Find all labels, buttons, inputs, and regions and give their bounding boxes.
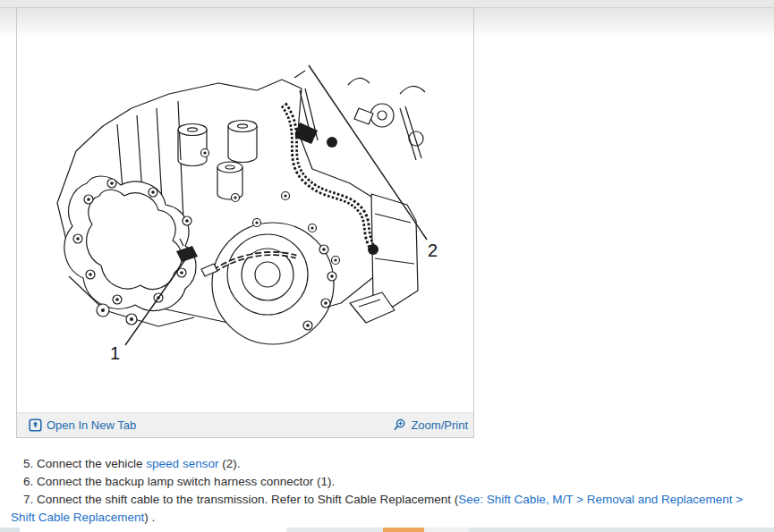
- zoom-print-link[interactable]: Zoom/Print: [393, 418, 468, 432]
- instruction-steps: 5. Connect the vehicle speed sensor (2).…: [0, 455, 763, 527]
- step-number: 7.: [23, 493, 33, 506]
- figure-footer-bar: Open In New Tab Zoom/Print: [17, 412, 473, 437]
- open-in-new-tab-link[interactable]: Open In New Tab: [29, 418, 136, 432]
- figure-box: 1 2 Open In New Tab: [16, 7, 474, 438]
- step-text: Connect the backup lamp switch harness c…: [33, 475, 335, 488]
- step-text: (2).: [218, 457, 240, 470]
- figure-image: 1 2: [17, 8, 473, 412]
- open-in-new-tab-icon: [29, 418, 42, 432]
- taskbar-strip-segment: [286, 528, 383, 532]
- step-item-7: 7. Connect the shift cable to the transm…: [11, 491, 763, 527]
- taskbar-strip-segment: [469, 528, 774, 532]
- zoom-in-icon: [393, 418, 406, 432]
- taskbar-strip-segment: [0, 528, 20, 532]
- page: 1 2 Open In New Tab: [0, 0, 774, 532]
- taskbar-strip-segment: [383, 528, 424, 532]
- step-item-5: 5. Connect the vehicle speed sensor (2).: [11, 455, 763, 473]
- transmission-diagram: [17, 8, 473, 412]
- step-text: Connect the vehicle: [33, 457, 146, 470]
- taskbar-strip-segment: [424, 528, 469, 532]
- step-item-6: 6. Connect the backup lamp switch harnes…: [11, 473, 763, 491]
- open-in-new-tab-label: Open In New Tab: [47, 418, 136, 432]
- zoom-print-label: Zoom/Print: [411, 418, 468, 432]
- step-number: 5.: [23, 457, 33, 470]
- speed-sensor: [368, 244, 378, 255]
- step-number: 6.: [23, 475, 33, 488]
- callout-label-1: 1: [110, 344, 120, 362]
- bottom-edge-strip: [0, 528, 774, 532]
- engine-bay-clutter: [293, 71, 425, 160]
- step-text: Connect the shift cable to the transmiss…: [33, 493, 458, 506]
- speed-sensor-link[interactable]: speed sensor: [146, 457, 218, 470]
- taskbar-strip-segment: [20, 528, 286, 532]
- callout-label-2: 2: [428, 241, 438, 259]
- step-text: ) .: [144, 511, 155, 524]
